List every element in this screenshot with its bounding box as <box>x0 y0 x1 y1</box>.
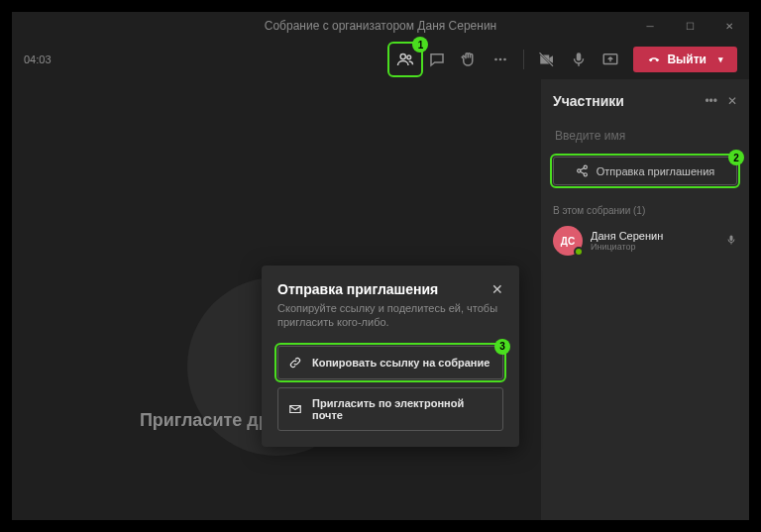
svg-point-3 <box>499 58 502 61</box>
svg-point-1 <box>407 55 411 59</box>
presence-available-icon <box>574 247 584 257</box>
more-button[interactable] <box>486 45 515 74</box>
leave-label: Выйти <box>667 53 707 66</box>
meeting-toolbar: 04:03 1 <box>12 40 749 79</box>
share-invite-dialog: Отправка приглашения ✕ Скопируйте ссылку… <box>262 266 519 447</box>
hangup-icon <box>647 53 661 66</box>
people-icon <box>396 51 414 68</box>
camera-off-icon <box>538 51 556 68</box>
participant-role: Инициатор <box>591 242 717 252</box>
svg-rect-7 <box>577 53 582 60</box>
email-invite-label: Пригласить по электронной почте <box>312 397 492 421</box>
svg-point-4 <box>504 58 507 61</box>
panel-header: Участники ••• ✕ <box>553 93 737 109</box>
toolbar-divider <box>523 50 524 69</box>
svg-point-11 <box>584 173 587 176</box>
participant-avatar: ДС <box>553 226 583 256</box>
participant-row[interactable]: ДС Даня Серенин Инициатор <box>553 226 737 256</box>
in-meeting-label: В этом собрании (1) <box>553 205 737 216</box>
share-invite-button[interactable]: Отправка приглашения 2 <box>553 157 737 185</box>
participant-mic-icon <box>725 232 737 250</box>
window-title: Собрание с организатором Даня Серенин <box>265 19 496 33</box>
panel-title: Участники <box>553 93 705 109</box>
close-window-button[interactable]: ✕ <box>709 12 749 40</box>
chat-icon <box>428 51 446 68</box>
panel-more-icon[interactable]: ••• <box>705 94 717 108</box>
copy-link-label: Копировать ссылку на собрание <box>312 357 489 369</box>
email-invite-button[interactable]: Пригласить по электронной почте <box>277 387 503 431</box>
minimize-button[interactable]: ─ <box>630 12 670 40</box>
svg-point-10 <box>577 169 580 172</box>
svg-rect-12 <box>730 236 733 242</box>
ellipsis-icon <box>491 51 509 68</box>
chat-button[interactable] <box>422 45 452 74</box>
app-window: Собрание с организатором Даня Серенин ─ … <box>12 12 749 520</box>
dialog-title: Отправка приглашения <box>277 281 491 297</box>
body-area: Пригласите других участников Участники •… <box>12 79 749 520</box>
window-controls: ─ ☐ ✕ <box>630 12 749 40</box>
chevron-down-icon: ▾ <box>718 54 723 64</box>
participant-info: Даня Серенин Инициатор <box>591 230 717 252</box>
share-screen-button[interactable] <box>596 45 625 74</box>
raise-hand-button[interactable] <box>454 45 484 74</box>
participants-button[interactable]: 1 <box>390 45 420 74</box>
share-icon <box>601 51 619 68</box>
svg-point-0 <box>401 53 406 58</box>
svg-point-2 <box>495 58 498 61</box>
step-badge-2: 2 <box>728 150 744 165</box>
svg-point-9 <box>584 165 587 168</box>
hand-icon <box>460 51 478 68</box>
mic-button[interactable] <box>564 45 594 74</box>
maximize-button[interactable]: ☐ <box>670 12 709 40</box>
participant-initials: ДС <box>561 236 575 247</box>
step-badge-3: 3 <box>494 339 510 355</box>
share-link-icon <box>576 164 589 177</box>
participant-search-input[interactable] <box>553 123 737 149</box>
share-invite-label: Отправка приглашения <box>597 165 715 177</box>
meeting-timer: 04:03 <box>24 53 52 65</box>
toolbar-icons: 1 Выйти ▾ <box>390 45 737 74</box>
leave-button[interactable]: Выйти ▾ <box>633 47 737 72</box>
mic-icon <box>570 51 588 68</box>
camera-button[interactable] <box>532 45 562 74</box>
participants-panel: Участники ••• ✕ Отправка приглашения 2 В… <box>541 79 749 520</box>
titlebar: Собрание с организатором Даня Серенин ─ … <box>12 12 749 40</box>
mail-icon <box>288 402 302 416</box>
link-icon <box>288 356 302 370</box>
panel-close-icon[interactable]: ✕ <box>727 94 737 108</box>
dialog-subtitle: Скопируйте ссылку и поделитесь ей, чтобы… <box>277 301 503 330</box>
copy-link-button[interactable]: Копировать ссылку на собрание 3 <box>277 346 503 379</box>
participant-name: Даня Серенин <box>591 230 717 242</box>
dialog-close-button[interactable]: ✕ <box>491 281 503 297</box>
